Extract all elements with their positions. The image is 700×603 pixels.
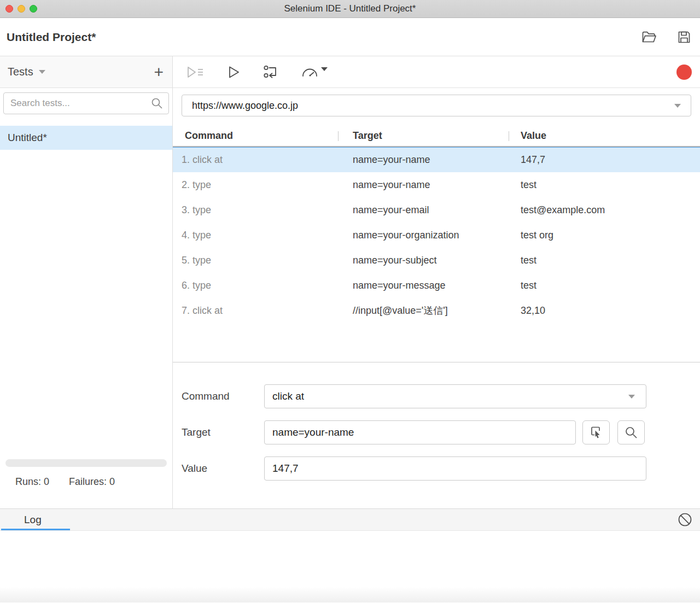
log-panel-bar: Log — [0, 508, 700, 531]
row-value-cell: test — [509, 280, 700, 291]
value-input[interactable] — [264, 456, 646, 481]
chevron-down-icon — [628, 395, 635, 399]
find-target-button[interactable] — [617, 420, 645, 444]
folder-icon — [641, 30, 657, 44]
command-select-value: click at — [272, 390, 304, 402]
main-area: Tests + Untitled* Runs: 0 Failures: 0 — [0, 56, 700, 508]
row-target-cell: name=your-name — [338, 154, 509, 166]
play-icon — [226, 65, 241, 79]
clear-log-button[interactable] — [678, 512, 692, 527]
row-value-cell: 147,7 — [509, 154, 700, 166]
row-value-cell: test — [509, 179, 700, 191]
command-table-row[interactable]: 6. type name=your-message test — [173, 273, 700, 298]
log-content-area — [0, 531, 700, 602]
failures-count: Failures: 0 — [69, 476, 115, 488]
command-table-row[interactable]: 4. type name=your-organization test org — [173, 223, 700, 248]
active-tab-indicator — [1, 529, 70, 530]
base-url-value: https://www.google.co.jp — [192, 100, 298, 112]
save-project-button[interactable] — [677, 30, 691, 44]
run-all-icon — [186, 65, 205, 79]
open-project-button[interactable] — [641, 30, 657, 44]
record-button[interactable] — [676, 65, 692, 80]
run-all-tests-button[interactable] — [186, 65, 205, 79]
column-header-value[interactable]: Value — [509, 125, 700, 146]
clear-log-icon — [678, 512, 692, 527]
chevron-down-icon — [321, 67, 328, 71]
row-command-cell: 3. type — [173, 204, 338, 216]
column-header-command[interactable]: Command — [173, 125, 338, 146]
step-over-icon — [262, 65, 279, 80]
target-field-label: Target — [182, 426, 264, 438]
row-target-cell: name=your-email — [338, 204, 509, 216]
row-target-cell: //input[@value='送信'] — [338, 304, 509, 317]
editor-panel: https://www.google.co.jp Command Target … — [173, 56, 700, 508]
app-header: Untitled Project* — [0, 18, 700, 56]
save-icon — [677, 30, 691, 44]
test-stats: Runs: 0 Failures: 0 — [0, 467, 172, 508]
command-table-row[interactable]: 1. click at name=your-name 147,7 — [173, 147, 700, 172]
command-select[interactable]: click at — [264, 384, 646, 408]
command-table-row[interactable]: 2. type name=your-name test — [173, 172, 700, 197]
row-command-cell: 2. type — [173, 179, 338, 191]
row-command-cell: 4. type — [173, 230, 338, 241]
row-value-cell: test@example.com — [509, 204, 700, 216]
command-edit-form: Command click at Target — [173, 362, 700, 493]
chevron-down-icon[interactable] — [39, 70, 45, 74]
select-target-button[interactable] — [582, 420, 610, 444]
window-title: Selenium IDE - Untitled Project* — [0, 3, 700, 14]
search-tests-input[interactable] — [3, 92, 169, 114]
window-titlebar: Selenium IDE - Untitled Project* — [0, 0, 700, 18]
add-test-button[interactable]: + — [154, 64, 164, 80]
search-icon — [150, 97, 164, 110]
playback-toolbar — [173, 56, 700, 88]
speedometer-icon — [301, 65, 318, 79]
row-value-cell: test — [509, 255, 700, 266]
value-field-label: Value — [182, 463, 264, 475]
test-progress-bar — [5, 459, 167, 467]
command-table-row[interactable]: 3. type name=your-email test@example.com — [173, 197, 700, 223]
row-target-cell: name=your-name — [338, 179, 509, 191]
row-command-cell: 5. type — [173, 255, 338, 266]
row-value-cell: 32,10 — [509, 305, 700, 317]
command-table-header: Command Target Value — [173, 125, 700, 147]
base-url-select[interactable]: https://www.google.co.jp — [182, 95, 691, 116]
runs-count: Runs: 0 — [15, 476, 49, 488]
row-command-cell: 7. click at — [173, 305, 338, 317]
search-tests-row — [3, 92, 169, 114]
test-list-item[interactable]: Untitled* — [0, 126, 172, 150]
select-target-icon — [589, 425, 603, 440]
row-command-cell: 1. click at — [173, 154, 338, 166]
column-header-target[interactable]: Target — [338, 125, 509, 146]
row-target-cell: name=your-organization — [338, 230, 509, 241]
row-command-cell: 6. type — [173, 280, 338, 291]
row-value-cell: test org — [509, 230, 700, 241]
tests-sidebar: Tests + Untitled* Runs: 0 Failures: 0 — [0, 56, 173, 508]
test-speed-button[interactable] — [301, 65, 328, 79]
search-icon — [624, 425, 638, 440]
command-field-label: Command — [182, 390, 264, 402]
command-table-row[interactable]: 5. type name=your-subject test — [173, 248, 700, 273]
command-table-row[interactable]: 7. click at //input[@value='送信'] 32,10 — [173, 298, 700, 323]
test-list: Untitled* — [0, 126, 172, 150]
command-table-body: 1. click at name=your-name 147,7 2. type… — [173, 147, 700, 362]
base-url-row: https://www.google.co.jp — [173, 88, 700, 116]
target-input[interactable] — [264, 420, 576, 444]
run-current-test-button[interactable] — [226, 65, 241, 79]
tests-header: Tests + — [0, 56, 172, 88]
step-over-button[interactable] — [262, 65, 279, 80]
chevron-down-icon — [674, 104, 681, 108]
tests-dropdown[interactable]: Tests — [8, 66, 33, 78]
project-title: Untitled Project* — [7, 31, 96, 44]
tab-log[interactable]: Log — [0, 514, 42, 526]
row-target-cell: name=your-message — [338, 280, 509, 291]
row-target-cell: name=your-subject — [338, 255, 509, 266]
